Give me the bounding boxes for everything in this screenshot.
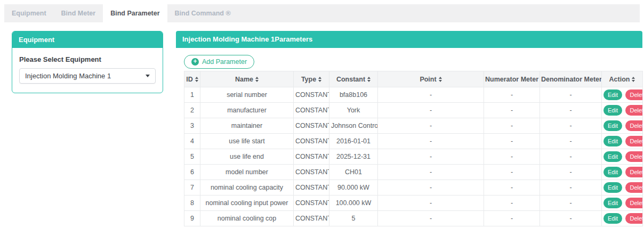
delete-button[interactable]: Delete	[625, 213, 642, 224]
cell-action: Edit Delete	[602, 196, 643, 211]
edit-button[interactable]: Edit	[603, 182, 622, 193]
cell-action: Edit Delete	[602, 134, 643, 149]
edit-button[interactable]: Edit	[603, 136, 622, 146]
tab-bind-parameter[interactable]: Bind Parameter	[103, 4, 167, 22]
cell-constant: York	[329, 103, 378, 118]
cell-numerator-meter: -	[484, 134, 540, 149]
cell-name: model number	[200, 165, 294, 180]
delete-button[interactable]: Delete	[625, 89, 642, 100]
cell-id: 2	[184, 103, 200, 118]
cell-constant: 90.000 kW	[329, 180, 378, 196]
delete-button[interactable]: Delete	[625, 167, 642, 177]
table-row: 5 use life end CONSTANT 2025-12-31 - - -…	[184, 149, 643, 165]
delete-button[interactable]: Delete	[625, 151, 642, 162]
cell-type: CONSTANT	[294, 180, 329, 196]
cell-point: -	[378, 134, 484, 149]
column-header-id[interactable]: ID	[184, 71, 200, 87]
edit-button[interactable]: Edit	[603, 198, 622, 208]
cell-id: 3	[184, 118, 200, 134]
screen: Equipment Bind Meter Bind Parameter Bind…	[0, 0, 644, 228]
add-parameter-button[interactable]: + Add Parameter	[184, 55, 254, 69]
tab-bind-meter[interactable]: Bind Meter	[54, 4, 103, 22]
cell-constant: 5	[329, 211, 378, 226]
cell-numerator-meter: -	[484, 118, 540, 134]
cell-name: nominal cooling capacity	[200, 180, 294, 196]
table-row: 2 manufacturer CONSTANT York - - - Edit …	[184, 103, 643, 118]
cell-name: maintainer	[200, 118, 294, 134]
table-row: 9 nominal cooling cop CONSTANT 5 - - - E…	[184, 211, 643, 226]
cell-name: nominal cooling cop	[200, 211, 294, 226]
cell-type: CONSTANT	[294, 103, 329, 118]
edit-button[interactable]: Edit	[603, 213, 622, 224]
cell-action: Edit Delete	[602, 149, 643, 165]
cell-type: CONSTANT	[294, 118, 329, 134]
cell-constant: bfa8b106	[329, 87, 378, 103]
cell-constant: 2025-12-31	[329, 149, 378, 165]
parameter-table: ID Name Type Constant Point Numerator Me…	[184, 71, 643, 226]
sort-icon	[439, 77, 442, 82]
cell-type: CONSTANT	[294, 87, 329, 103]
cell-name: use life end	[200, 149, 294, 165]
column-header-numerator-meter[interactable]: Numerator Meter	[484, 71, 540, 87]
cell-constant: Johnson Controls	[329, 118, 378, 134]
edit-button[interactable]: Edit	[603, 167, 622, 177]
cell-point: -	[378, 165, 484, 180]
cell-name: use life start	[200, 134, 294, 149]
cell-numerator-meter: -	[484, 180, 540, 196]
column-header-denominator-meter[interactable]: Denominator Meter	[540, 71, 602, 87]
cell-name: nominal cooling input power	[200, 196, 294, 211]
cell-type: CONSTANT	[294, 149, 329, 165]
cell-name: serial number	[200, 87, 294, 103]
cell-denominator-meter: -	[540, 180, 602, 196]
equipment-panel: Equipment Please Select Equipment Inject…	[12, 31, 163, 93]
column-header-action[interactable]: Action	[602, 71, 643, 87]
equipment-select[interactable]: Injection Molding Machine 1	[19, 68, 156, 84]
cell-action: Edit Delete	[602, 165, 643, 180]
cell-denominator-meter: -	[540, 118, 602, 134]
parameters-panel-body: + Add Parameter ID Name Type Constant Po…	[176, 48, 642, 226]
delete-button[interactable]: Delete	[625, 182, 642, 193]
cell-action: Edit Delete	[602, 87, 643, 103]
delete-button[interactable]: Delete	[625, 136, 642, 146]
equipment-panel-title: Equipment	[12, 31, 163, 48]
cell-type: CONSTANT	[294, 134, 329, 149]
edit-button[interactable]: Edit	[603, 151, 622, 162]
cell-id: 5	[184, 149, 200, 165]
sort-icon	[195, 77, 198, 82]
delete-button[interactable]: Delete	[625, 120, 642, 131]
delete-button[interactable]: Delete	[625, 198, 642, 208]
cell-action: Edit Delete	[602, 118, 643, 134]
column-header-type[interactable]: Type	[294, 71, 329, 87]
cell-point: -	[378, 103, 484, 118]
cell-denominator-meter: -	[540, 196, 602, 211]
edit-button[interactable]: Edit	[603, 89, 622, 100]
cell-denominator-meter: -	[540, 149, 602, 165]
cell-id: 4	[184, 134, 200, 149]
cell-point: -	[378, 180, 484, 196]
edit-button[interactable]: Edit	[603, 105, 622, 116]
cell-action: Edit Delete	[602, 103, 643, 118]
parameters-panel: Injection Molding Machine 1Parameters + …	[176, 31, 642, 226]
cell-id: 9	[184, 211, 200, 226]
parameters-panel-title: Injection Molding Machine 1Parameters	[176, 31, 642, 48]
tab-bind-command[interactable]: Bind Command ®	[167, 4, 238, 22]
cell-id: 8	[184, 196, 200, 211]
tab-equipment[interactable]: Equipment	[4, 4, 54, 22]
cell-type: CONSTANT	[294, 196, 329, 211]
cell-constant: 2016-01-01	[329, 134, 378, 149]
cell-id: 1	[184, 87, 200, 103]
tab-bar: Equipment Bind Meter Bind Parameter Bind…	[4, 4, 640, 22]
cell-name: manufacturer	[200, 103, 294, 118]
sort-icon	[632, 77, 635, 82]
cell-denominator-meter: -	[540, 165, 602, 180]
column-header-point[interactable]: Point	[378, 71, 484, 87]
column-header-constant[interactable]: Constant	[329, 71, 378, 87]
sort-icon	[255, 77, 259, 82]
sort-icon	[318, 77, 321, 82]
column-header-name[interactable]: Name	[200, 71, 294, 87]
delete-button[interactable]: Delete	[625, 105, 642, 116]
edit-button[interactable]: Edit	[603, 120, 622, 131]
cell-id: 6	[184, 165, 200, 180]
chevron-down-icon	[146, 75, 150, 77]
cell-point: -	[378, 196, 484, 211]
